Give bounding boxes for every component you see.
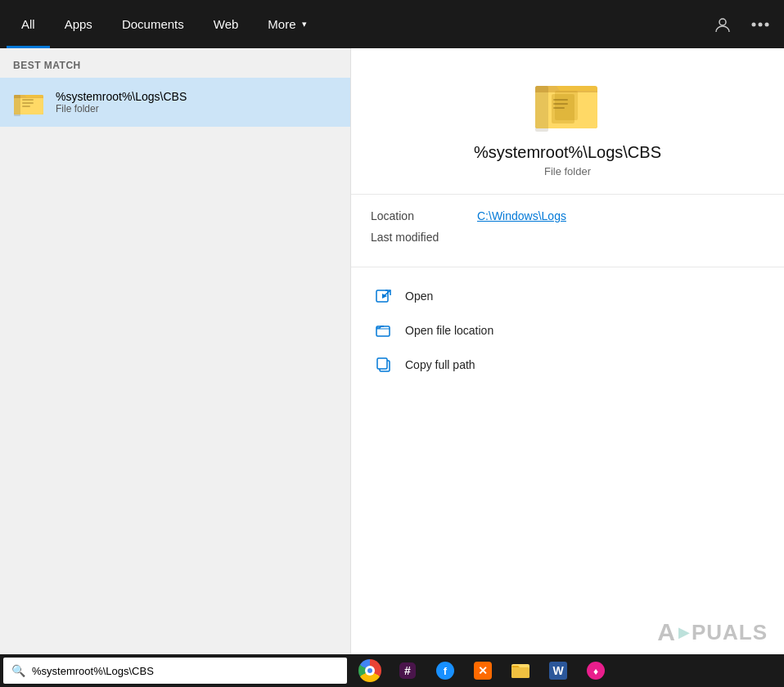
svg-point-0 [719, 19, 726, 25]
open-icon [374, 286, 394, 306]
open-file-location-icon [374, 321, 394, 340]
taskbar-search-text: %systemroot%\Logs\CBS [32, 665, 154, 677]
left-panel: Best match %systemroot%\Logs\ [0, 48, 350, 654]
result-item-cbs[interactable]: %systemroot%\Logs\CBS File folder [0, 78, 350, 127]
tab-documents[interactable]: Documents [107, 0, 199, 48]
taskbar-search-bar[interactable]: 🔍 %systemroot%\Logs\CBS [3, 658, 347, 684]
right-panel: %systemroot%\Logs\CBS File folder Locati… [350, 48, 784, 654]
chevron-down-icon: ▾ [302, 19, 307, 29]
best-match-label: Best match [0, 48, 350, 78]
last-modified-label: Last modified [371, 231, 477, 244]
svg-text:✕: ✕ [478, 664, 488, 677]
svg-rect-16 [553, 103, 568, 105]
slack-app[interactable]: # [390, 654, 426, 687]
tab-more[interactable]: More ▾ [253, 0, 321, 48]
actions-section: Open Open file location [351, 267, 784, 393]
open-action[interactable]: Open [367, 279, 768, 313]
result-name: %systemroot%\Logs\CBS [56, 90, 187, 103]
location-row: Location C:\Windows\Logs [371, 209, 764, 222]
nav-icon-group [705, 7, 777, 42]
svg-rect-14 [555, 91, 578, 120]
taskbar-apps: # f ✕ [352, 654, 614, 687]
location-value[interactable]: C:\Windows\Logs [477, 209, 566, 222]
svg-point-1 [752, 22, 756, 26]
right-header: %systemroot%\Logs\CBS File folder [351, 48, 784, 195]
blue-app[interactable]: f [427, 654, 463, 687]
x-app[interactable]: ✕ [465, 654, 501, 687]
large-folder-icon [535, 73, 601, 132]
details-section: Location C:\Windows\Logs Last modified [351, 195, 784, 267]
result-type: File folder [56, 103, 187, 114]
open-label: Open [405, 290, 433, 303]
more-options-button[interactable] [743, 7, 777, 42]
main-content: Best match %systemroot%\Logs\ [0, 48, 784, 654]
word-app[interactable]: W [540, 654, 576, 687]
svg-text:♦: ♦ [593, 666, 598, 677]
svg-rect-22 [377, 358, 387, 369]
svg-point-3 [765, 22, 769, 26]
result-text: %systemroot%\Logs\CBS File folder [56, 90, 187, 114]
svg-rect-30 [511, 667, 529, 678]
right-panel-title: %systemroot%\Logs\CBS [474, 143, 661, 162]
svg-point-2 [759, 22, 763, 26]
location-label: Location [371, 209, 477, 222]
tab-web[interactable]: Web [199, 0, 254, 48]
chrome-app[interactable] [352, 654, 388, 687]
tab-apps[interactable]: Apps [50, 0, 107, 48]
svg-text:#: # [404, 664, 411, 677]
svg-rect-17 [553, 107, 565, 109]
copy-full-path-label: Copy full path [405, 358, 475, 371]
pink-app[interactable]: ♦ [578, 654, 614, 687]
taskbar: 🔍 %systemroot%\Logs\CBS # f ✕ [0, 654, 784, 687]
right-panel-subtitle: File folder [544, 165, 591, 177]
svg-rect-8 [22, 102, 34, 104]
tab-all[interactable]: All [7, 0, 50, 48]
open-file-location-label: Open file location [405, 324, 493, 337]
open-file-location-action[interactable]: Open file location [367, 313, 768, 348]
svg-rect-7 [22, 99, 34, 101]
svg-rect-10 [14, 95, 20, 116]
folder-icon [13, 86, 46, 119]
search-icon: 🔍 [11, 664, 25, 677]
top-navigation: All Apps Documents Web More ▾ [0, 0, 784, 48]
last-modified-row: Last modified [371, 231, 764, 244]
copy-full-path-action[interactable]: Copy full path [367, 348, 768, 382]
person-icon-button[interactable] [705, 7, 740, 42]
svg-rect-15 [553, 99, 568, 101]
file-explorer-app[interactable] [502, 654, 538, 687]
svg-text:W: W [552, 664, 564, 677]
watermark: A ▶ PUALS [657, 618, 768, 646]
svg-rect-9 [22, 106, 30, 107]
copy-icon [374, 355, 394, 375]
svg-rect-18 [535, 86, 548, 132]
svg-text:f: f [444, 665, 448, 677]
